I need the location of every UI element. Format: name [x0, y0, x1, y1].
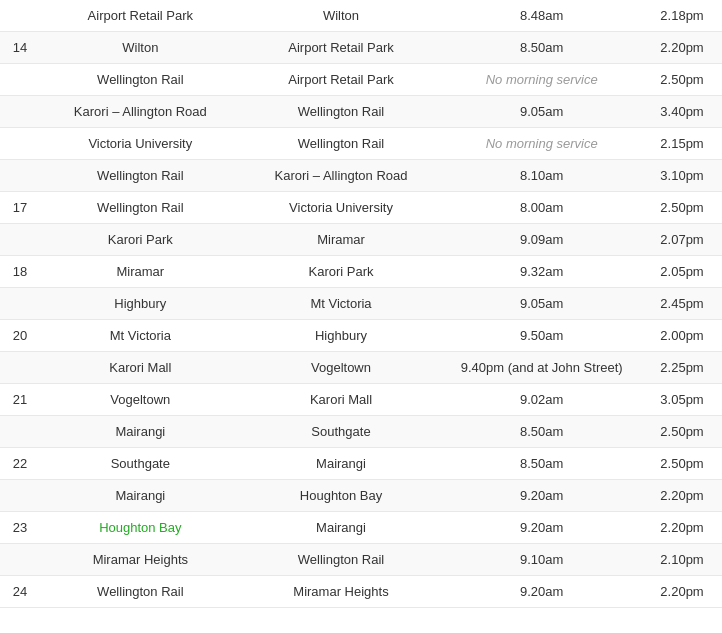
- morning-time: 8.00am: [441, 194, 642, 221]
- afternoon-time: 2.18pm: [642, 2, 722, 29]
- route-number: [0, 106, 40, 118]
- morning-time: 8.50am: [441, 450, 642, 477]
- route-number: [0, 426, 40, 438]
- to-stop: Mairangi: [241, 514, 442, 541]
- afternoon-time: 3.10pm: [642, 162, 722, 189]
- morning-time: 9.09am: [441, 226, 642, 253]
- route-number: 23: [0, 514, 40, 541]
- table-row: Airport Retail ParkWilton8.48am2.18pm: [0, 0, 722, 32]
- table-row: 14WiltonAirport Retail Park8.50am2.20pm: [0, 32, 722, 64]
- from-stop: Mairangi: [40, 482, 241, 509]
- afternoon-time: 2.50pm: [642, 66, 722, 93]
- to-stop: Victoria University: [241, 194, 442, 221]
- morning-time: 9.02am: [441, 386, 642, 413]
- morning-time: 8.10am: [441, 162, 642, 189]
- afternoon-time: 2.20pm: [642, 578, 722, 605]
- morning-time: 8.50am: [441, 418, 642, 445]
- afternoon-time: 2.50pm: [642, 450, 722, 477]
- route-number: [0, 490, 40, 502]
- table-row: Karori ParkMiramar9.09am2.07pm: [0, 224, 722, 256]
- to-stop: Miramar: [241, 226, 442, 253]
- table-row: 18MiramarKarori Park9.32am2.05pm: [0, 256, 722, 288]
- to-stop: Wilton: [241, 2, 442, 29]
- route-number: 22: [0, 450, 40, 477]
- from-stop: Wellington Rail: [40, 194, 241, 221]
- morning-time: 9.32am: [441, 258, 642, 285]
- morning-time: No morning service: [441, 130, 642, 157]
- table-row: HighburyMt Victoria9.05am2.45pm: [0, 288, 722, 320]
- route-number: [0, 362, 40, 374]
- table-row: Miramar HeightsWellington Rail9.10am2.10…: [0, 544, 722, 576]
- to-stop: Miramar Heights: [241, 578, 442, 605]
- from-stop: Airport Retail Park: [40, 2, 241, 29]
- morning-time: 8.50am: [441, 34, 642, 61]
- from-stop: Wellington Rail: [40, 162, 241, 189]
- route-number: 20: [0, 322, 40, 349]
- route-number: 17: [0, 194, 40, 221]
- morning-time: 9.40pm (and at John Street): [441, 354, 642, 381]
- table-row: 24Wellington RailMiramar Heights9.20am2.…: [0, 576, 722, 608]
- to-stop: Vogeltown: [241, 354, 442, 381]
- route-number: [0, 234, 40, 246]
- to-stop: Airport Retail Park: [241, 34, 442, 61]
- from-stop: Miramar Heights: [40, 546, 241, 573]
- table-row: MairangiSouthgate8.50am2.50pm: [0, 416, 722, 448]
- to-stop: Wellington Rail: [241, 546, 442, 573]
- table-row: 17Wellington RailVictoria University8.00…: [0, 192, 722, 224]
- from-stop: Victoria University: [40, 130, 241, 157]
- table-row: 21VogeltownKarori Mall9.02am3.05pm: [0, 384, 722, 416]
- to-stop: Karori – Allington Road: [241, 162, 442, 189]
- to-stop: Mt Victoria: [241, 290, 442, 317]
- table-row: Karori – Allington RoadWellington Rail9.…: [0, 96, 722, 128]
- afternoon-time: 2.50pm: [642, 194, 722, 221]
- afternoon-time: 2.50pm: [642, 418, 722, 445]
- from-stop: Wilton: [40, 34, 241, 61]
- to-stop: Karori Mall: [241, 386, 442, 413]
- to-stop: Southgate: [241, 418, 442, 445]
- route-number: [0, 170, 40, 182]
- route-number: 14: [0, 34, 40, 61]
- to-stop: Wellington Rail: [241, 130, 442, 157]
- from-stop: Mairangi: [40, 418, 241, 445]
- morning-time: 9.20am: [441, 514, 642, 541]
- afternoon-time: 2.05pm: [642, 258, 722, 285]
- to-stop: Houghton Bay: [241, 482, 442, 509]
- route-number: 18: [0, 258, 40, 285]
- afternoon-time: 2.45pm: [642, 290, 722, 317]
- from-stop: Karori – Allington Road: [40, 98, 241, 125]
- from-stop: Miramar: [40, 258, 241, 285]
- route-number: [0, 74, 40, 86]
- afternoon-time: 2.15pm: [642, 130, 722, 157]
- afternoon-time: 2.00pm: [642, 322, 722, 349]
- table-row: 23Houghton BayMairangi9.20am2.20pm: [0, 512, 722, 544]
- table-row: 20Mt VictoriaHighbury9.50am2.00pm: [0, 320, 722, 352]
- route-number: [0, 298, 40, 310]
- from-stop: Karori Mall: [40, 354, 241, 381]
- morning-time: 9.50am: [441, 322, 642, 349]
- afternoon-time: 3.05pm: [642, 386, 722, 413]
- afternoon-time: 2.20pm: [642, 514, 722, 541]
- route-number: 24: [0, 578, 40, 605]
- from-stop: Wellington Rail: [40, 66, 241, 93]
- afternoon-time: 2.20pm: [642, 34, 722, 61]
- table-row: Victoria UniversityWellington RailNo mor…: [0, 128, 722, 160]
- morning-time: 9.20am: [441, 482, 642, 509]
- table-row: Wellington RailAirport Retail ParkNo mor…: [0, 64, 722, 96]
- table-row: Karori MallVogeltown9.40pm (and at John …: [0, 352, 722, 384]
- morning-time: 8.48am: [441, 2, 642, 29]
- afternoon-time: 2.20pm: [642, 482, 722, 509]
- table-row: Wellington RailKarori – Allington Road8.…: [0, 160, 722, 192]
- from-stop: Wellington Rail: [40, 578, 241, 605]
- morning-time: 9.20am: [441, 578, 642, 605]
- afternoon-time: 2.25pm: [642, 354, 722, 381]
- route-number: [0, 10, 40, 22]
- morning-time: No morning service: [441, 66, 642, 93]
- bus-schedule-table: Airport Retail ParkWilton8.48am2.18pm14W…: [0, 0, 722, 608]
- from-stop: Mt Victoria: [40, 322, 241, 349]
- afternoon-time: 3.40pm: [642, 98, 722, 125]
- from-stop: Highbury: [40, 290, 241, 317]
- to-stop: Highbury: [241, 322, 442, 349]
- table-row: MairangiHoughton Bay9.20am2.20pm: [0, 480, 722, 512]
- from-stop: Houghton Bay: [40, 514, 241, 541]
- from-stop: Vogeltown: [40, 386, 241, 413]
